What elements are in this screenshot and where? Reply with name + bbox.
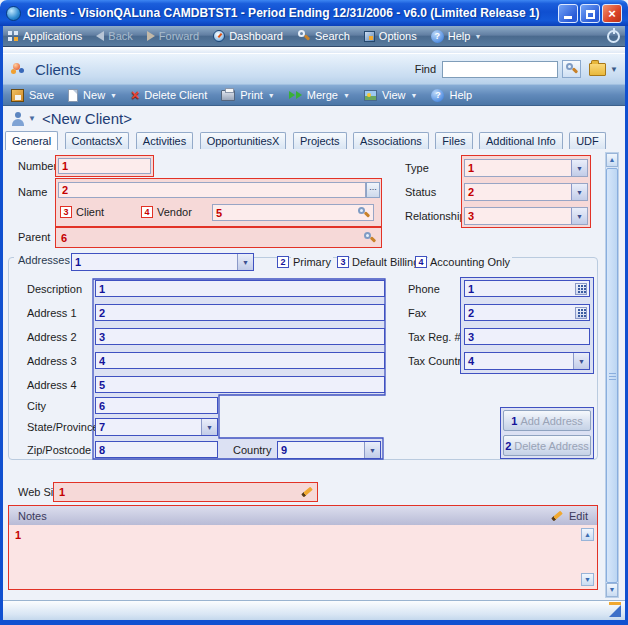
address-selector-dropdown[interactable]: 1▼ bbox=[71, 253, 254, 271]
menu-options[interactable]: Options bbox=[364, 30, 417, 42]
menu-forward[interactable]: Forward bbox=[147, 30, 199, 42]
scroll-down-icon[interactable]: ▼ bbox=[581, 573, 594, 586]
parent-lookup-field[interactable]: 6 bbox=[58, 230, 379, 245]
record-toolbar: Save New▼ ×Delete Client Print▼ Merge▼ V… bbox=[0, 84, 628, 106]
folder-dropdown-icon[interactable]: ▼ bbox=[610, 65, 618, 74]
status-dropdown[interactable]: 2▼ bbox=[464, 183, 588, 201]
tab-activities[interactable]: Activities bbox=[136, 132, 193, 149]
toolbar-help-button[interactable]: ?Help bbox=[428, 89, 475, 102]
edit-pencil-icon[interactable] bbox=[301, 487, 313, 498]
address3-input[interactable] bbox=[95, 352, 385, 369]
address2-input[interactable] bbox=[95, 328, 385, 345]
phone-input[interactable]: 1 bbox=[464, 280, 590, 297]
menu-dashboard[interactable]: Dashboard bbox=[213, 30, 283, 42]
parent-magnifier-icon[interactable] bbox=[363, 231, 377, 245]
notes-title: Notes bbox=[18, 510, 47, 522]
web-site-input[interactable]: 1 bbox=[56, 485, 315, 499]
delete-client-button[interactable]: ×Delete Client bbox=[128, 88, 210, 102]
description-input[interactable] bbox=[95, 280, 385, 297]
record-menu-caret-icon[interactable]: ▼ bbox=[28, 114, 36, 123]
maximize-button[interactable] bbox=[580, 4, 600, 23]
primary-checkbox[interactable]: 2 bbox=[277, 256, 289, 268]
find-input[interactable] bbox=[442, 61, 558, 78]
tax-reg-label: Tax Reg. # bbox=[408, 331, 461, 343]
chevron-down-icon[interactable]: ▼ bbox=[364, 442, 380, 458]
tab-files[interactable]: Files bbox=[435, 132, 472, 149]
print-button[interactable]: Print▼ bbox=[218, 89, 278, 101]
name-input[interactable] bbox=[58, 182, 366, 198]
clients-module-icon bbox=[10, 62, 26, 76]
tax-reg-input[interactable] bbox=[464, 328, 590, 345]
zip-postcode-input[interactable] bbox=[95, 441, 218, 458]
new-button[interactable]: New▼ bbox=[65, 89, 120, 102]
address4-input[interactable] bbox=[95, 376, 385, 393]
menu-applications[interactable]: Applications bbox=[8, 30, 82, 42]
address1-input[interactable] bbox=[95, 304, 385, 321]
menu-help[interactable]: ?Help▼ bbox=[431, 30, 482, 43]
view-button[interactable]: View▼ bbox=[361, 89, 421, 101]
tab-udf[interactable]: UDF bbox=[569, 132, 606, 149]
tab-opportunitiesx[interactable]: OpportunitiesX bbox=[200, 132, 287, 149]
client-checkbox[interactable]: 3 bbox=[60, 206, 72, 218]
window-titlebar[interactable]: Clients - VisionQALuna CAMDBTST1 - Perio… bbox=[0, 0, 628, 26]
fax-keypad-icon[interactable] bbox=[575, 307, 587, 319]
merge-button[interactable]: Merge▼ bbox=[286, 89, 353, 101]
vertical-scrollbar[interactable]: ▲ ▼ bbox=[605, 152, 619, 598]
scroll-down-icon[interactable]: ▼ bbox=[606, 583, 618, 597]
minimize-button[interactable] bbox=[558, 4, 578, 23]
delete-address-button[interactable]: 2Delete Address bbox=[503, 435, 591, 456]
default-billing-checkbox-label: Default Billing bbox=[350, 256, 421, 268]
state-province-label: State/Province bbox=[27, 421, 99, 433]
vendor-checkbox[interactable]: 4 bbox=[141, 206, 153, 218]
tab-associations[interactable]: Associations bbox=[353, 132, 429, 149]
tax-country-dropdown[interactable]: 4▼ bbox=[464, 352, 590, 370]
tab-general[interactable]: General bbox=[5, 131, 58, 150]
chevron-down-icon[interactable]: ▼ bbox=[571, 160, 587, 176]
general-tab-panel: Number Name ... 3 Client 4 Vendor 5 Pare… bbox=[0, 150, 628, 600]
add-address-button[interactable]: 1Add Address bbox=[503, 410, 591, 431]
state-province-dropdown[interactable]: 7▼ bbox=[95, 418, 218, 436]
close-button[interactable]: × bbox=[602, 4, 622, 23]
name-browse-button[interactable]: ... bbox=[366, 182, 380, 198]
chevron-down-icon[interactable]: ▼ bbox=[201, 419, 217, 435]
accounting-only-checkbox[interactable]: 4 bbox=[415, 256, 427, 268]
menu-back[interactable]: Back bbox=[96, 30, 132, 42]
city-input[interactable] bbox=[95, 397, 218, 414]
notes-edit-button[interactable]: Edit bbox=[569, 510, 588, 522]
lookup-magnifier-icon[interactable] bbox=[357, 206, 371, 220]
chevron-down-icon[interactable]: ▼ bbox=[573, 353, 589, 369]
resize-grip-icon[interactable] bbox=[609, 605, 621, 617]
save-button[interactable]: Save bbox=[8, 89, 57, 102]
phone-keypad-icon[interactable] bbox=[575, 283, 587, 295]
chevron-down-icon[interactable]: ▼ bbox=[237, 254, 253, 270]
tab-projects[interactable]: Projects bbox=[293, 132, 347, 149]
tab-contactsx[interactable]: ContactsX bbox=[65, 132, 130, 149]
scroll-up-icon[interactable]: ▲ bbox=[606, 153, 618, 167]
notes-scrollbar[interactable]: ▲ ▼ bbox=[581, 528, 594, 586]
default-billing-checkbox[interactable]: 3 bbox=[337, 256, 349, 268]
description-label: Description bbox=[27, 283, 82, 295]
fax-input[interactable]: 2 bbox=[464, 304, 590, 321]
country-dropdown[interactable]: 9▼ bbox=[277, 441, 381, 459]
menu-search[interactable]: Search bbox=[297, 29, 350, 43]
tab-additional-info[interactable]: Additional Info bbox=[479, 132, 563, 149]
web-site-annotation-box: 1 bbox=[53, 482, 318, 502]
parent-label: Parent bbox=[18, 231, 50, 243]
vendor-lookup-field[interactable]: 5 bbox=[212, 204, 374, 221]
power-icon[interactable] bbox=[607, 30, 620, 43]
number-input[interactable] bbox=[58, 158, 151, 174]
chevron-down-icon[interactable]: ▼ bbox=[571, 184, 587, 200]
number-label: Number bbox=[18, 160, 57, 172]
name-label: Name bbox=[18, 186, 47, 198]
edit-pencil-icon[interactable] bbox=[551, 510, 563, 521]
relationship-dropdown[interactable]: 3▼ bbox=[464, 207, 588, 225]
window-border-bottom bbox=[0, 620, 628, 625]
scroll-up-icon[interactable]: ▲ bbox=[581, 528, 594, 541]
find-search-button[interactable] bbox=[562, 60, 581, 78]
type-dropdown[interactable]: 1▼ bbox=[464, 159, 588, 177]
chevron-down-icon[interactable]: ▼ bbox=[571, 208, 587, 224]
open-folder-icon[interactable] bbox=[589, 63, 606, 76]
view-image-icon bbox=[364, 90, 377, 101]
client-person-icon[interactable] bbox=[11, 112, 25, 126]
scrollbar-thumb[interactable] bbox=[606, 168, 618, 583]
